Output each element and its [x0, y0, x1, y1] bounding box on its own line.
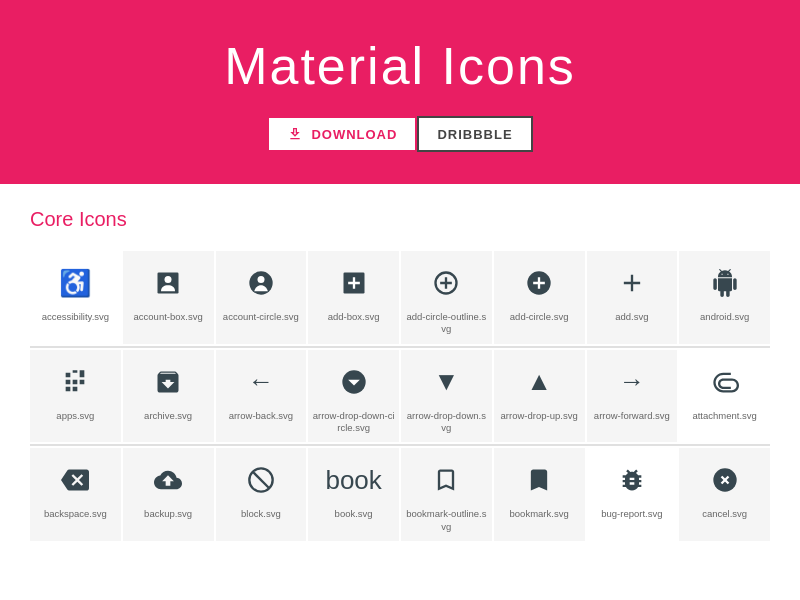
icon-label: block.svg: [241, 508, 281, 520]
main-content: Core Icons ♿accessibility.svgaccount-box…: [0, 184, 800, 565]
apps-icon-symbol: [61, 362, 89, 402]
icon-label: add-box.svg: [328, 311, 380, 323]
bookmark-icon-symbol: [525, 460, 553, 500]
icon-label: bug-report.svg: [601, 508, 662, 520]
icon-label: backup.svg: [144, 508, 192, 520]
icon-label: bookmark-outline.svg: [405, 508, 488, 533]
arrow-drop-up-icon[interactable]: ▲arrow-drop-up.svg: [494, 350, 585, 443]
arrow-back-icon[interactable]: ←arrow-back.svg: [216, 350, 307, 443]
icon-label: cancel.svg: [702, 508, 747, 520]
arrow-drop-down-circle-icon[interactable]: arrow-drop-down-circle.svg: [308, 350, 399, 443]
add-icon-symbol: [618, 263, 646, 303]
icon-label: apps.svg: [56, 410, 94, 422]
icon-label: attachment.svg: [692, 410, 756, 422]
arrow-back-icon-symbol: ←: [248, 362, 274, 402]
add-circle-outline-icon[interactable]: add-circle-outline.svg: [401, 251, 492, 344]
section-title: Core Icons: [30, 208, 770, 231]
bug-report-icon[interactable]: bug-report.svg: [587, 448, 678, 541]
page-title: Material Icons: [20, 36, 780, 96]
arrow-forward-icon-symbol: →: [619, 362, 645, 402]
account-box-icon-symbol: [154, 263, 182, 303]
button-row: DOWNLOAD DRIBBBLE: [20, 116, 780, 152]
arrow-drop-down-icon-symbol: ▼: [434, 362, 460, 402]
arrow-drop-down-circle-icon-symbol: [340, 362, 368, 402]
icon-label: account-box.svg: [134, 311, 203, 323]
icon-label: arrow-drop-up.svg: [501, 410, 578, 422]
icon-label: arrow-drop-down.svg: [405, 410, 488, 435]
icon-label: add.svg: [615, 311, 648, 323]
accessibility-icon[interactable]: ♿accessibility.svg: [30, 251, 121, 344]
account-circle-icon-symbol: [247, 263, 275, 303]
arrow-forward-icon[interactable]: →arrow-forward.svg: [587, 350, 678, 443]
account-circle-icon[interactable]: account-circle.svg: [216, 251, 307, 344]
attachment-icon[interactable]: attachment.svg: [679, 350, 770, 443]
add-circle-icon-symbol: [525, 263, 553, 303]
icon-label: android.svg: [700, 311, 749, 323]
cancel-icon-symbol: [711, 460, 739, 500]
icon-label: add-circle-outline.svg: [405, 311, 488, 336]
add-box-icon[interactable]: add-box.svg: [308, 251, 399, 344]
apps-icon[interactable]: apps.svg: [30, 350, 121, 443]
icon-label: account-circle.svg: [223, 311, 299, 323]
add-icon[interactable]: add.svg: [587, 251, 678, 344]
backspace-icon[interactable]: backspace.svg: [30, 448, 121, 541]
svg-point-3: [257, 276, 264, 283]
bug-report-icon-symbol: [618, 460, 646, 500]
bookmark-outline-icon-symbol: [432, 460, 460, 500]
archive-icon[interactable]: archive.svg: [123, 350, 214, 443]
svg-line-9: [253, 472, 269, 488]
book-icon-symbol: book: [325, 460, 381, 500]
archive-icon-symbol: [154, 362, 182, 402]
arrow-drop-down-icon[interactable]: ▼arrow-drop-down.svg: [401, 350, 492, 443]
add-box-icon-symbol: [340, 263, 368, 303]
account-box-icon[interactable]: account-box.svg: [123, 251, 214, 344]
svg-point-1: [165, 276, 172, 283]
download-button[interactable]: DOWNLOAD: [267, 116, 417, 152]
row-separator: [30, 346, 770, 348]
backup-icon-symbol: [154, 460, 182, 500]
book-icon[interactable]: bookbook.svg: [308, 448, 399, 541]
icon-label: bookmark.svg: [510, 508, 569, 520]
backspace-icon-symbol: [61, 460, 89, 500]
download-icon: [287, 126, 303, 142]
row-separator: [30, 444, 770, 446]
arrow-drop-up-icon-symbol: ▲: [526, 362, 552, 402]
block-icon[interactable]: block.svg: [216, 448, 307, 541]
dribbble-button[interactable]: DRIBBBLE: [417, 116, 532, 152]
android-icon[interactable]: android.svg: [679, 251, 770, 344]
cancel-icon[interactable]: cancel.svg: [679, 448, 770, 541]
add-circle-outline-icon-symbol: [432, 263, 460, 303]
icon-label: arrow-back.svg: [229, 410, 293, 422]
accessibility-icon-symbol: ♿: [59, 263, 91, 303]
icon-label: arrow-drop-down-circle.svg: [312, 410, 395, 435]
attachment-icon-symbol: [711, 362, 739, 402]
header: Material Icons DOWNLOAD DRIBBBLE: [0, 0, 800, 184]
add-circle-icon[interactable]: add-circle.svg: [494, 251, 585, 344]
icon-label: backspace.svg: [44, 508, 107, 520]
icon-label: arrow-forward.svg: [594, 410, 670, 422]
icon-label: book.svg: [335, 508, 373, 520]
bookmark-outline-icon[interactable]: bookmark-outline.svg: [401, 448, 492, 541]
icon-grid: ♿accessibility.svgaccount-box.svgaccount…: [30, 251, 770, 541]
bookmark-icon[interactable]: bookmark.svg: [494, 448, 585, 541]
icon-label: accessibility.svg: [42, 311, 109, 323]
android-icon-symbol: [711, 263, 739, 303]
icon-label: add-circle.svg: [510, 311, 569, 323]
icon-label: archive.svg: [144, 410, 192, 422]
block-icon-symbol: [247, 460, 275, 500]
backup-icon[interactable]: backup.svg: [123, 448, 214, 541]
